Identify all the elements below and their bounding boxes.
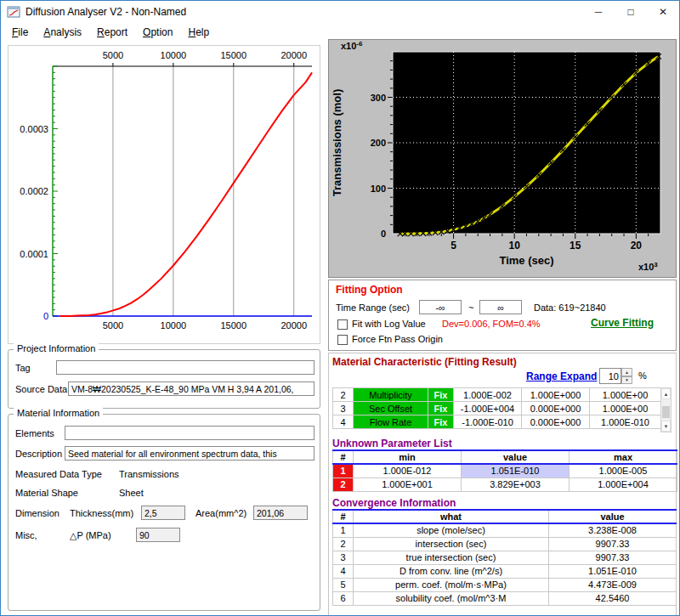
param-min-cell[interactable]: 1.000E-002 [454,388,522,402]
area-label: Area(mm^2) [196,508,246,518]
scroll-up-icon[interactable]: ▲ [661,388,671,399]
unknown-param-table-body: 11.000E-0121.051E-0101.000E-00521.000E+0… [333,464,677,491]
window-title: Diffusion Analyser V2 - Non-Named [26,6,186,18]
param-max-cell[interactable]: 1.000E-005 [570,464,677,478]
range-expand-input[interactable] [599,368,621,384]
menu-item-help[interactable]: Help [180,24,217,41]
svg-text:15: 15 [570,240,581,251]
fitting-option-title: Fitting Option [336,284,403,296]
left-chart-svg: 500050001000010000150001500020000200000.… [8,46,320,343]
param-value-cell[interactable]: 1.000E+000 [522,388,590,402]
svg-text:Time (sec): Time (sec) [499,254,553,267]
source-data-input[interactable] [68,381,314,396]
svg-text:100: 100 [371,184,386,194]
svg-text:0.0003: 0.0003 [20,124,48,134]
time-range-min-input[interactable] [419,300,462,314]
svg-text:5: 5 [450,240,456,251]
minimize-button[interactable]: ─ [582,1,615,23]
unknown-param-header-row: #minvaluemax [333,450,677,464]
param-name-cell: Multiplicity [354,388,428,402]
svg-text:10: 10 [509,240,521,251]
svg-text:20000: 20000 [280,50,307,60]
measured-data-type-label: Measured Data Type [15,469,102,479]
result-name-cell: D from conv. line (m^2/s) [354,564,549,578]
tag-input[interactable] [56,360,314,375]
force-origin-label: Force Ftn Pass Origin [352,334,443,344]
result-name-cell: intersection (sec) [354,537,549,551]
measured-data-type-value: Transmissions [119,469,179,479]
close-button[interactable]: ✕ [647,1,679,23]
menu-item-analysis[interactable]: Analysis [36,24,89,41]
param-min-cell[interactable]: -1.000E+004 [454,402,522,415]
fix-button[interactable]: Fix [428,388,454,402]
svg-text:x10-6: x10-6 [341,40,363,51]
spin-down-icon[interactable]: ▼ [621,376,632,385]
column-header: value [462,450,570,464]
result-name-cell: solubility coef. (mol/m^3·M [354,591,549,605]
material-information-legend: Material Information [14,408,103,418]
thickness-input[interactable] [141,506,185,520]
data-range-value: 619~21840 [558,302,605,313]
fitting-option-panel: Fitting Option Time Range (sec) ~ Data: … [328,280,677,351]
range-expand-link[interactable]: Range Expand [526,370,597,382]
row-number-cell: 5 [333,578,354,591]
convergence-title: Convergence Information [332,497,456,509]
scroll-down-icon[interactable]: ▼ [661,421,671,432]
menu-item-report[interactable]: Report [89,24,135,41]
right-chart: 51015200100200300x10-6x103Time (sec)Tran… [328,39,677,278]
scroll-track[interactable] [661,399,671,421]
param-max-cell[interactable]: 1.000E+004 [570,478,677,491]
table-row: 11.000E-0121.051E-0101.000E-005 [333,464,677,478]
param-value-cell[interactable]: 0.000E+000 [522,415,590,429]
delta-p-input[interactable] [136,528,180,542]
table-scrollbar[interactable]: ▲ ▼ [660,387,672,432]
thickness-label: Thickness(mm) [70,508,133,518]
row-number-cell: 2 [333,478,354,491]
param-max-cell[interactable]: 1.000E-010 [590,415,661,429]
row-number-cell: 2 [333,537,354,551]
fix-button[interactable]: Fix [428,402,454,415]
menu-item-option[interactable]: Option [135,24,180,41]
description-input[interactable] [65,446,314,461]
right-chart-svg: 51015200100200300x10-6x103Time (sec)Tran… [329,40,676,277]
spin-up-icon[interactable]: ▲ [621,368,632,376]
time-range-label: Time Range (sec) [336,302,410,313]
svg-text:15000: 15000 [220,320,246,331]
material-shape-label: Material Shape [15,488,78,498]
unknown-param-table: #minvaluemax 11.000E-0121.051E-0101.000E… [332,449,677,492]
convergence-header-row: #whatvalue [333,510,677,523]
column-header: min [354,450,462,464]
fit-log-checkbox[interactable] [337,319,348,330]
misc-label: Misc, [15,530,37,540]
curve-fitting-link[interactable]: Curve Fitting [591,317,654,329]
row-number-cell: 4 [333,415,354,429]
result-value-cell: 42.5460 [549,591,677,605]
elements-input[interactable] [65,426,314,440]
area-input[interactable] [253,506,308,520]
force-origin-checkbox[interactable] [337,335,348,345]
param-min-cell[interactable]: -1.000E-010 [454,415,522,429]
param-value-cell[interactable]: 0.000E+000 [522,402,590,415]
convergence-table: #whatvalue 1slope (mole/sec)3.238E-0082i… [332,509,677,606]
scroll-thumb[interactable] [662,406,670,418]
fix-button[interactable]: Fix [428,415,454,429]
menu-item-file[interactable]: File [4,24,36,41]
maximize-button[interactable]: □ [615,1,647,23]
tag-label: Tag [15,363,31,373]
result-name-cell: perm. coef. (mol/m·s·MPa) [354,578,549,591]
table-row: 21.000E+0013.829E+0031.000E+004 [333,478,677,491]
app-window: Diffusion Analyser V2 - Non-Named ─ □ ✕ … [0,0,680,616]
unknown-parameter-title: Unknown Parameter List [332,438,452,449]
param-max-cell[interactable]: 1.000E+00 [590,388,661,402]
project-information-group: Project Information Tag Source Data [8,349,320,409]
fitting-results-panel: Material Characteristic (Fitting Result)… [328,353,677,616]
table-row: 3true intersection (sec)9907.33 [333,551,677,564]
time-range-max-input[interactable] [479,300,522,314]
param-min-cell[interactable]: 1.000E-012 [354,464,462,478]
table-row: 4D from conv. line (m^2/s)1.051E-010 [333,564,677,578]
param-max-cell[interactable]: 1.000E+00 [590,402,661,415]
row-number-cell: 3 [333,551,354,564]
svg-text:10000: 10000 [161,50,187,60]
param-min-cell[interactable]: 1.000E+001 [354,478,462,491]
param-value-cell: 1.051E-010 [462,464,570,478]
